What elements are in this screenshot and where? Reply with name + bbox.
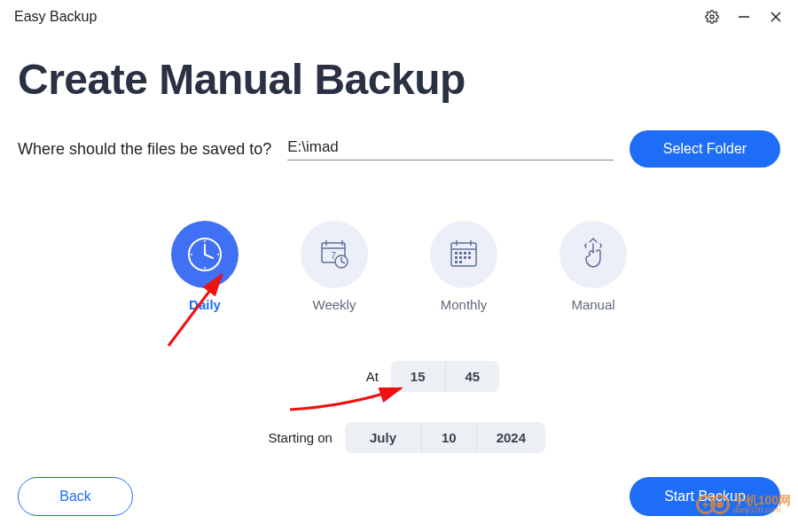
svg-rect-21 — [455, 256, 458, 259]
time-at-row: At 15 45 — [299, 361, 499, 392]
starting-on-row: Starting on July 10 2024 — [253, 422, 545, 453]
svg-rect-17 — [455, 252, 458, 254]
svg-point-10 — [217, 254, 219, 255]
minute-field[interactable]: 45 — [446, 361, 500, 392]
svg-rect-19 — [464, 252, 466, 254]
app-title: Easy Backup — [14, 9, 97, 25]
clock-icon — [171, 221, 239, 288]
monthly-calendar-icon — [430, 221, 497, 288]
day-field[interactable]: 10 — [422, 422, 477, 453]
svg-point-8 — [204, 267, 206, 269]
select-folder-button[interactable]: Select Folder — [630, 130, 780, 168]
window-controls — [704, 9, 784, 25]
svg-rect-22 — [459, 256, 462, 259]
svg-rect-26 — [459, 261, 462, 263]
schedule-label: Daily — [189, 297, 221, 312]
month-field[interactable]: July — [345, 422, 422, 453]
settings-icon[interactable] — [704, 9, 720, 25]
schedule-option-monthly[interactable]: Monthly — [430, 221, 497, 312]
time-picker: 15 45 — [391, 361, 499, 392]
manual-hand-icon — [559, 221, 627, 288]
close-icon[interactable] — [768, 9, 784, 25]
schedule-label: Weekly — [313, 297, 356, 312]
start-backup-button[interactable]: Start Backup — [630, 477, 780, 516]
hour-field[interactable]: 15 — [391, 361, 446, 392]
svg-point-0 — [710, 15, 714, 19]
schedule-options: Daily 7 Weekly — [0, 221, 798, 312]
at-label: At — [299, 369, 379, 384]
destination-input-wrap — [287, 138, 614, 160]
svg-rect-20 — [468, 252, 471, 254]
destination-label: Where should the files be saved to? — [18, 140, 271, 159]
destination-input[interactable] — [287, 138, 614, 156]
year-field[interactable]: 2024 — [477, 422, 545, 453]
schedule-label: Monthly — [441, 297, 488, 312]
svg-line-6 — [205, 254, 213, 258]
svg-point-7 — [204, 240, 206, 242]
back-button[interactable]: Back — [18, 477, 133, 516]
schedule-option-manual[interactable]: Manual — [559, 221, 627, 312]
svg-rect-18 — [459, 252, 462, 254]
svg-rect-23 — [464, 256, 466, 259]
page-title: Create Manual Backup — [18, 55, 798, 104]
starting-on-label: Starting on — [253, 430, 332, 445]
minimize-icon[interactable] — [736, 9, 752, 25]
svg-rect-24 — [468, 256, 471, 259]
svg-rect-25 — [455, 261, 458, 263]
schedule-option-weekly[interactable]: 7 Weekly — [301, 221, 368, 312]
schedule-label: Manual — [571, 297, 614, 312]
schedule-option-daily[interactable]: Daily — [171, 221, 239, 312]
weekly-calendar-icon: 7 — [301, 221, 368, 288]
date-picker: July 10 2024 — [345, 422, 545, 453]
svg-point-9 — [191, 254, 192, 255]
